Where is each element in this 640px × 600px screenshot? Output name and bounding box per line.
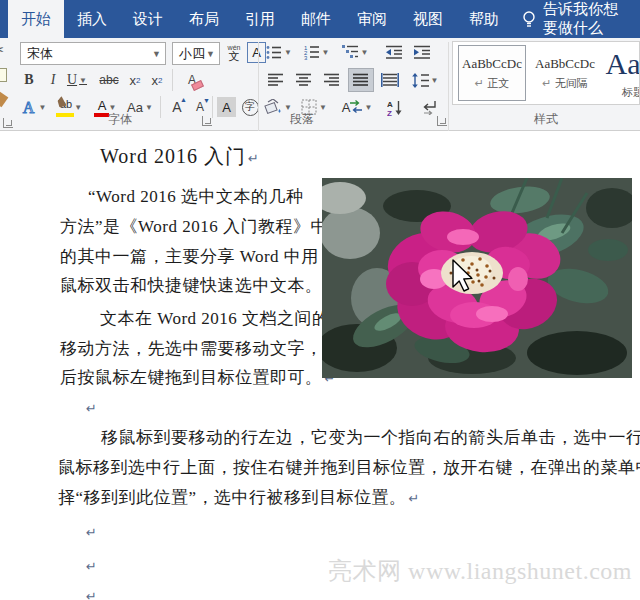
paragraph-mark: ↵ [248,151,260,166]
chevron-down-icon: ▼ [79,76,87,85]
svg-text:3: 3 [304,55,308,61]
tab-view[interactable]: 视图 [400,0,456,38]
strikethrough-button[interactable]: abc [96,70,122,90]
italic-glyph: I [51,72,56,88]
tab-design[interactable]: 设计 [120,0,176,38]
superscript-button[interactable]: x2 [148,70,166,90]
body-line: 文本在 Word 2016 文档之间的 [100,308,330,330]
triangle-down-icon: ▼ [203,97,210,104]
font-name-select[interactable]: 宋体▼ [20,42,166,65]
subscript-digit: 2 [136,76,140,85]
return-mark-icon: ↵ [542,77,551,89]
line-spacing-button[interactable]: ▼ [410,69,440,91]
clipboard-dialog-launcher-icon[interactable] [3,118,13,128]
style-name: 标题 [622,85,640,100]
tab-references[interactable]: 引用 [232,0,288,38]
ribbon: ✂ 宋体▼ 小四▼ wén文 A B I U▼ abc x2 x2 A [0,38,640,131]
lightbulb-icon [522,10,536,28]
bold-button[interactable]: B [20,70,38,90]
tab-insert[interactable]: 插入 [64,0,120,38]
tab-mailings[interactable]: 邮件 [288,0,344,38]
enclose-characters-button[interactable]: 字 [240,97,260,117]
paragraph-dialog-launcher-icon[interactable] [437,116,447,126]
tab-layout-label: 布局 [189,10,219,29]
align-center-button[interactable] [292,69,316,91]
increase-indent-button[interactable] [410,42,434,62]
chevron-down-icon: ▼ [364,103,372,112]
bullets-button[interactable]: ▼ [264,42,294,62]
ribbon-tab-bar: 开始 插入 设计 布局 引用 邮件 审阅 视图 帮助 告诉我你想要做什么 [0,0,640,38]
tab-layout[interactable]: 布局 [176,0,232,38]
phonetic-bottom: 文 [229,51,240,62]
triangle-up-icon: ▲ [180,96,187,103]
body-line: 移动方法，先选中需要移动文字，然 [60,338,340,360]
phonetic-guide-button[interactable]: wén文 [224,41,244,65]
chevron-down-icon: ▼ [152,49,161,59]
strikethrough-glyph: abc [99,73,118,87]
page-title: Word 2016 入门↵ [100,143,260,170]
chevron-down-icon: ▼ [431,76,439,85]
tell-me-label: 告诉我你想要做什么 [543,0,630,38]
body-line: 择“移到到此位置”，选中行被移到目标位置。↵ [58,487,420,510]
svg-text:Z: Z [387,108,392,116]
paragraph-mark: ↵ [86,525,97,541]
tab-home-label: 开始 [21,10,51,29]
tab-review[interactable]: 审阅 [344,0,400,38]
font-dialog-launcher-icon[interactable] [202,116,212,126]
font-size-value: 小四 [179,45,205,63]
chevron-down-icon: ▼ [361,48,369,57]
document-page[interactable]: Word 2016 入门↵ “Word 2016 选中文本的几种 方法”是《Wo… [0,131,640,600]
align-right-button[interactable] [320,69,344,91]
paragraph-mark: ↵ [86,559,97,575]
body-line: 后按鼠标左键拖到目标位置即可。↵ [60,367,336,390]
style-name: ↵ 无间隔 [542,76,587,91]
asian-layout-glyph: A [342,100,351,115]
body-line: “Word 2016 选中文本的几种 [88,186,303,208]
tab-help-label: 帮助 [469,10,499,29]
subscript-button[interactable]: x2 [126,70,144,90]
inline-image-flower[interactable] [322,178,632,378]
paragraph-group-label: 段落 [262,111,342,128]
tab-design-label: 设计 [133,10,163,29]
tab-help[interactable]: 帮助 [456,0,512,38]
format-painter-icon[interactable] [0,91,8,108]
style-item-normal[interactable]: AaBbCcDc ↵ 正文 [458,45,526,101]
paste-icon[interactable] [0,68,7,82]
word-window: 开始 插入 设计 布局 引用 邮件 审阅 视图 帮助 告诉我你想要做什么 ✂ 宋… [0,0,640,600]
italic-button[interactable]: I [45,70,61,90]
style-name: ↵ 正文 [475,76,509,91]
paragraph-mark: ↵ [86,589,97,600]
character-shading-button[interactable]: A [217,97,236,117]
asian-layout-button[interactable]: A ▼ [340,96,374,118]
show-marks-button[interactable] [418,96,440,118]
style-preview: AaB [606,47,640,81]
font-size-select[interactable]: 小四▼ [172,42,220,65]
multilevel-list-button[interactable]: ▼ [338,42,372,62]
tab-home[interactable]: 开始 [8,0,64,38]
styles-gallery: AaBbCcDc ↵ 正文 AaBbCcDc ↵ 无间隔 AaB 标题 [452,41,640,105]
distributed-button[interactable] [378,69,402,91]
decrease-indent-button[interactable] [382,42,406,62]
style-preview: AaBbCcDc [462,56,522,72]
numbering-button[interactable]: 123 ▼ [300,42,332,62]
body-line: 的其中一篇，主要分享 Word 中用 [60,246,319,268]
cut-icon[interactable]: ✂ [0,41,5,59]
sort-button[interactable]: AZ [382,96,408,118]
chevron-down-icon: ▼ [322,48,330,57]
underline-button[interactable]: U▼ [64,70,90,90]
paragraph-mark: ↵ [409,491,420,506]
underline-glyph: U [67,72,77,88]
character-shading-glyph: A [222,100,231,115]
clear-formatting-button[interactable]: A [180,69,204,91]
paragraph-mark: ↵ [86,401,97,417]
style-item-nospacing[interactable]: AaBbCcDc ↵ 无间隔 [531,45,599,101]
tab-view-label: 视图 [413,10,443,29]
superscript-digit: 2 [158,76,162,85]
body-line: 移鼠标到要移动的行左边，它变为一个指向右的箭头后单击，选中一行，把 [101,427,640,449]
styles-group-label: 样式 [452,111,640,128]
align-left-button[interactable] [264,69,288,91]
tell-me-box[interactable]: 告诉我你想要做什么 [512,0,640,38]
style-item-heading[interactable]: AaB 标题 [603,45,640,101]
style-preview: AaBbCcDc [535,56,595,72]
justify-button[interactable] [348,68,374,92]
